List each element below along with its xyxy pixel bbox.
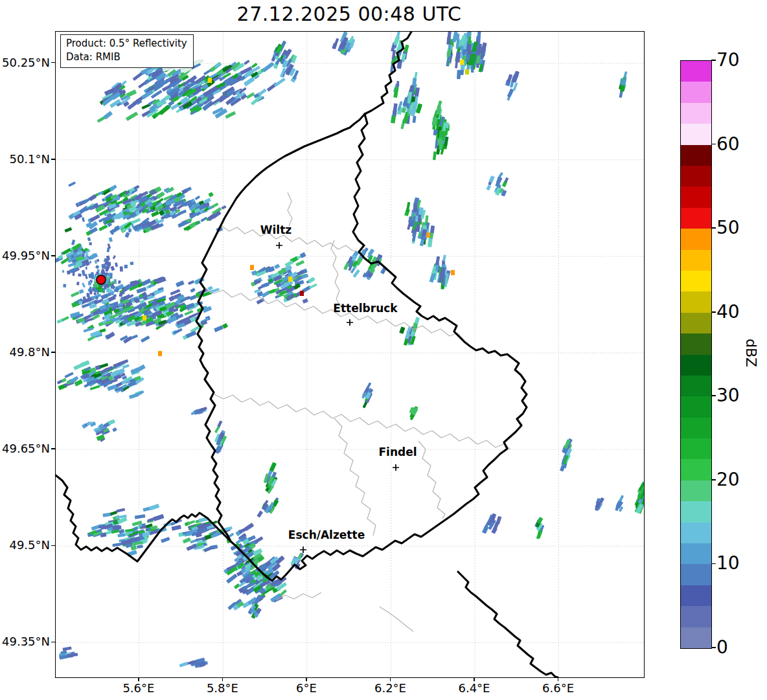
lat-tick-mark xyxy=(51,159,55,159)
colorbar-band xyxy=(681,291,711,313)
lon-tick-label: 5.6°E xyxy=(103,681,174,695)
lon-tick-label: 6.4°E xyxy=(439,681,510,695)
lat-tick-label: 49.8°N xyxy=(0,345,50,359)
colorbar-band xyxy=(681,249,711,271)
lon-tick-label: 6.6°E xyxy=(523,681,594,695)
colorbar-tick-mark xyxy=(711,479,716,480)
colorbar-band xyxy=(681,354,711,376)
product-info-box: Product: 0.5° Reflectivity Data: RMIB xyxy=(60,34,194,68)
colorbar-band xyxy=(681,82,711,103)
colorbar-band xyxy=(681,312,711,333)
colorbar-tick-label: 50 xyxy=(716,217,740,239)
city-label: Findel xyxy=(378,446,417,458)
colorbar-axis-label: dBZ xyxy=(742,330,759,376)
colorbar-tick-mark xyxy=(711,144,716,145)
city-marker-icon xyxy=(347,319,353,326)
colorbar-tick-label: 60 xyxy=(716,133,740,155)
colorbar-tick-mark xyxy=(711,563,716,565)
colorbar-tick-label: 70 xyxy=(716,49,740,71)
data-source-line: Data: RMIB xyxy=(66,51,187,64)
lat-tick-label: 49.65°N xyxy=(0,442,50,456)
lon-tick-label: 5.8°E xyxy=(187,681,258,695)
city-marker-icon xyxy=(276,242,282,249)
radar-app-window: 27.12.2025 00:48 UTC Product: 0.5° Refle… xyxy=(0,0,767,700)
colorbar-band xyxy=(681,166,711,187)
colorbar-band xyxy=(681,459,711,480)
city-label: Wiltz xyxy=(260,223,292,236)
colorbar-band xyxy=(681,627,711,648)
colorbar-band xyxy=(681,102,711,124)
lon-tick-mark xyxy=(558,677,558,681)
city-label: Esch/Alzette xyxy=(288,528,365,541)
lon-tick-mark xyxy=(306,677,306,681)
colorbar-band xyxy=(681,186,711,208)
product-line: Product: 0.5° Reflectivity xyxy=(66,37,187,51)
colorbar-tick-mark xyxy=(711,60,716,61)
colorbar-tick-label: 10 xyxy=(716,552,740,574)
lon-tick-mark xyxy=(474,677,474,681)
colorbar-band xyxy=(681,270,711,291)
colorbar-tick-mark xyxy=(711,227,716,229)
colorbar-band xyxy=(681,606,711,627)
colorbar-band xyxy=(681,207,711,229)
colorbar-tick-label: 30 xyxy=(716,385,740,407)
city-marker-icon xyxy=(393,464,399,471)
colorbar-tick-mark xyxy=(711,311,716,313)
colorbar-tick-label: 40 xyxy=(716,301,740,323)
lon-tick-mark xyxy=(138,677,139,681)
lat-tick-mark xyxy=(51,448,55,449)
colorbar-tick-label: 20 xyxy=(716,469,740,491)
lon-tick-label: 6.2°E xyxy=(354,681,426,695)
colorbar-band xyxy=(681,333,711,355)
lat-tick-mark xyxy=(51,352,55,352)
lat-tick-label: 50.1°N xyxy=(0,152,50,166)
lon-tick-mark xyxy=(390,677,391,681)
lon-tick-label: 6°E xyxy=(271,681,342,695)
lat-tick-label: 49.35°N xyxy=(0,635,50,649)
colorbar-tick-mark xyxy=(711,395,716,396)
lat-tick-label: 50.25°N xyxy=(0,56,50,70)
colorbar-band xyxy=(681,229,711,250)
lat-tick-mark xyxy=(51,642,55,642)
city-marker-icon xyxy=(300,547,306,553)
colorbar-tick-mark xyxy=(711,647,716,648)
colorbar-band xyxy=(681,124,711,145)
lat-tick-mark xyxy=(51,62,55,63)
radar-map-canvas xyxy=(56,32,644,677)
radar-site-dot xyxy=(97,275,106,284)
map-plot-area: Product: 0.5° Reflectivity Data: RMIB Wi… xyxy=(55,31,645,678)
colorbar-tick-label: 0 xyxy=(716,637,728,659)
lat-tick-mark xyxy=(51,255,55,256)
colorbar-band xyxy=(681,564,711,585)
lon-tick-mark xyxy=(222,677,223,681)
colorbar-band xyxy=(681,480,711,501)
colorbar-band xyxy=(681,501,711,523)
page-title: 27.12.2025 00:48 UTC xyxy=(55,3,643,25)
colorbar xyxy=(680,60,712,649)
colorbar-bands xyxy=(681,61,711,648)
colorbar-band xyxy=(681,417,711,438)
colorbar-band xyxy=(681,61,711,82)
lat-tick-label: 49.95°N xyxy=(0,249,50,263)
colorbar-band xyxy=(681,144,711,166)
lat-tick-label: 49.5°N xyxy=(0,538,50,552)
colorbar-band xyxy=(681,585,711,606)
colorbar-band xyxy=(681,438,711,460)
colorbar-band xyxy=(681,543,711,565)
lat-tick-mark xyxy=(51,545,55,546)
colorbar-band xyxy=(681,396,711,418)
country-borders xyxy=(56,32,558,677)
colorbar-band xyxy=(681,522,711,543)
city-label: Ettelbruck xyxy=(333,302,397,315)
colorbar-band xyxy=(681,375,711,396)
